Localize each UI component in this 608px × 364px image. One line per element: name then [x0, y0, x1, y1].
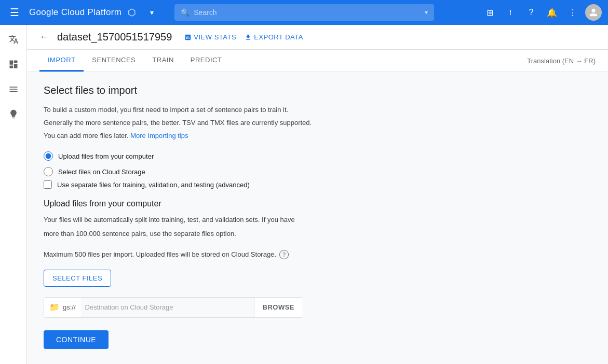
tab-train[interactable]: TRAIN — [144, 50, 182, 72]
checkbox-separate-files[interactable]: Use separate files for training, validat… — [44, 180, 478, 189]
upload-desc-line1: Your files will be automatically split i… — [44, 215, 478, 226]
radio-cloud-storage-input[interactable] — [44, 167, 53, 176]
alert-icon[interactable]: ! — [502, 4, 519, 21]
tabs-bar: IMPORT SENTENCES TRAIN PREDICT Translati… — [27, 50, 608, 72]
project-chevron[interactable]: ▾ — [143, 4, 160, 21]
page-header: ← dataset_1570051517959 VIEW STATS EXPOR… — [27, 25, 608, 50]
help-icon[interactable]: ? — [523, 4, 539, 21]
radio-upload-computer-label: Upload files from your computer — [58, 152, 154, 160]
search-chevron-icon: ▾ — [425, 9, 428, 16]
tab-predict[interactable]: PREDICT — [182, 50, 231, 72]
apps-icon[interactable]: ⊞ — [481, 4, 498, 21]
view-stats-label: VIEW STATS — [194, 33, 236, 41]
destination-placeholder-text: Destination on Cloud Storage — [81, 303, 254, 311]
more-importing-tips-link[interactable]: More Importing tips — [130, 132, 188, 139]
sidebar — [0, 25, 27, 364]
export-data-button[interactable]: EXPORT DATA — [245, 33, 303, 41]
nav-icons: ⊞ ! ? 🔔 ⋮ — [481, 4, 602, 21]
layout: ← dataset_1570051517959 VIEW STATS EXPOR… — [0, 25, 608, 364]
page-title: dataset_1570051517959 — [57, 31, 172, 43]
select-files-button[interactable]: SELECT FILES — [44, 270, 111, 287]
section-title: Select files to import — [44, 85, 478, 96]
description-line1: To build a custom model, you first need … — [44, 105, 478, 116]
search-input[interactable] — [194, 8, 421, 17]
help-tooltip-icon[interactable]: ? — [279, 250, 289, 259]
more-icon[interactable]: ⋮ — [564, 4, 581, 21]
list-icon[interactable] — [3, 79, 24, 100]
destination-prefix: 📁 gs:// — [44, 298, 81, 317]
browse-button[interactable]: BROWSE — [254, 298, 303, 317]
menu-icon[interactable]: ☰ — [6, 4, 23, 21]
main-content: ← dataset_1570051517959 VIEW STATS EXPOR… — [27, 25, 608, 364]
translate-icon[interactable] — [3, 29, 24, 50]
gs-prefix: gs:// — [63, 303, 76, 311]
top-nav: ☰ Google Cloud Platform ⬡ ▾ 🔍 ▾ ⊞ ! ? 🔔 … — [0, 0, 608, 25]
app-title: Google Cloud Platform — [29, 7, 121, 18]
checkbox-separate-files-label: Use separate files for training, validat… — [57, 181, 250, 189]
tab-import[interactable]: IMPORT — [39, 50, 84, 72]
radio-upload-computer[interactable]: Upload files from your computer — [44, 151, 478, 161]
search-icon: 🔍 — [181, 8, 190, 17]
back-button[interactable]: ← — [39, 32, 49, 43]
avatar[interactable] — [585, 4, 602, 21]
upload-section-title: Upload files from your computer — [44, 199, 478, 208]
radio-cloud-storage[interactable]: Select files on Cloud Storage — [44, 167, 478, 176]
export-data-label: EXPORT DATA — [254, 33, 303, 41]
storage-info: Maximum 500 files per import. Uploaded f… — [44, 250, 478, 259]
app-dots-icon: ⬡ — [128, 7, 137, 18]
header-actions: VIEW STATS EXPORT DATA — [184, 33, 303, 41]
upload-desc-line2: more than 100,000 sentence pairs, use th… — [44, 229, 478, 240]
storage-info-text: Maximum 500 files per import. Uploaded f… — [44, 250, 276, 258]
tab-sentences[interactable]: SENTENCES — [84, 50, 144, 72]
view-stats-button[interactable]: VIEW STATS — [184, 33, 236, 41]
continue-button[interactable]: CONTINUE — [44, 330, 109, 349]
radio-cloud-storage-label: Select files on Cloud Storage — [58, 168, 145, 176]
folder-icon: 📁 — [49, 302, 60, 312]
radio-upload-computer-input[interactable] — [44, 151, 53, 161]
search-bar: 🔍 ▾ — [174, 4, 434, 21]
radio-group: Upload files from your computer Select f… — [44, 151, 478, 176]
tab-language: Translation (EN → FR) — [527, 57, 596, 65]
dashboard-icon[interactable] — [3, 54, 24, 75]
import-content: Select files to import To build a custom… — [27, 72, 494, 361]
bell-icon[interactable]: 🔔 — [544, 4, 560, 21]
destination-input-row: 📁 gs:// Destination on Cloud Storage BRO… — [44, 297, 303, 318]
description-line2: Generally the more sentence pairs, the b… — [44, 118, 478, 129]
description-line3: You can add more files later. More Impor… — [44, 131, 478, 142]
bulb-icon[interactable] — [3, 104, 24, 124]
checkbox-separate-files-input[interactable] — [44, 180, 52, 189]
